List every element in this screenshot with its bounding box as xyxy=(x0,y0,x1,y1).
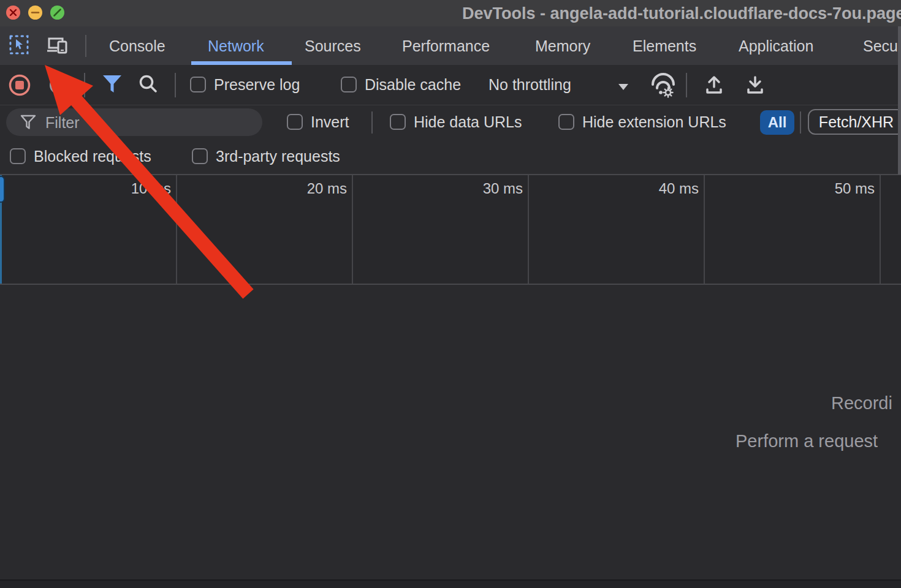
bottom-bar xyxy=(0,579,901,588)
timeline-tick-label: 50 ms xyxy=(813,180,875,197)
minimize-icon xyxy=(28,6,42,20)
recording-message: Recordi xyxy=(831,393,892,413)
export-download-icon xyxy=(744,73,766,96)
timeline-gridline xyxy=(880,175,881,284)
devtools-tabbar: Console Network Sources Performance Memo… xyxy=(0,26,901,66)
search-icon xyxy=(137,74,159,96)
import-upload-icon xyxy=(703,73,725,96)
tab-security[interactable]: Secu xyxy=(863,37,898,55)
export-har-button[interactable] xyxy=(744,73,766,99)
minimize-window-button[interactable] xyxy=(28,6,42,20)
inspect-cursor-icon xyxy=(8,34,32,58)
preserve-log-checkbox[interactable] xyxy=(190,77,206,92)
perform-request-message: Perform a request xyxy=(736,431,878,451)
network-toolbar: Preserve log Disable cache No throttling xyxy=(0,65,901,105)
blocked-requests-checkbox[interactable] xyxy=(10,148,26,164)
zoom-window-button[interactable] xyxy=(50,6,64,20)
tab-elements[interactable]: Elements xyxy=(633,37,696,55)
timeline-tick-label: 10 ms xyxy=(110,180,171,197)
window-edge xyxy=(898,26,901,175)
import-har-button[interactable] xyxy=(703,73,725,99)
filter-toggle-button[interactable] xyxy=(102,74,123,97)
blocked-requests-label[interactable]: Blocked requests xyxy=(34,148,151,165)
timeline-gridline xyxy=(528,175,529,284)
network-conditions-button[interactable] xyxy=(649,72,677,102)
hide-data-urls-checkbox[interactable] xyxy=(390,114,406,130)
preserve-log-label[interactable]: Preserve log xyxy=(214,76,300,94)
network-filter-row: Invert Hide data URLs Hide extension URL… xyxy=(0,105,901,140)
timeline-gridline xyxy=(704,175,705,284)
throttling-dropdown-button[interactable] xyxy=(618,82,629,93)
search-button[interactable] xyxy=(137,74,159,98)
titlebar: DevTools - angela-add-tutorial.cloudflar… xyxy=(0,0,901,26)
invert-checkbox[interactable] xyxy=(287,114,303,130)
toolbar-divider xyxy=(686,73,687,97)
tab-sources[interactable]: Sources xyxy=(305,37,361,55)
hide-extension-urls-label[interactable]: Hide extension URLs xyxy=(582,113,726,131)
more-filters-row: Blocked requests 3rd-party requests xyxy=(0,140,901,174)
timeline-tick-label: 20 ms xyxy=(286,180,347,197)
third-party-requests-label[interactable]: 3rd-party requests xyxy=(216,148,340,165)
device-toolbar-icon xyxy=(46,34,70,58)
inspect-element-button[interactable] xyxy=(7,33,33,59)
chevron-down-icon xyxy=(618,83,629,91)
toggle-device-toolbar-button[interactable] xyxy=(45,33,71,59)
filter-divider xyxy=(800,111,801,134)
close-icon xyxy=(6,6,20,20)
disable-cache-checkbox[interactable] xyxy=(341,77,357,92)
invert-label[interactable]: Invert xyxy=(311,113,349,131)
hide-data-urls-label[interactable]: Hide data URLs xyxy=(414,113,522,131)
stop-recording-button[interactable] xyxy=(9,74,31,99)
network-conditions-wifi-gear-icon xyxy=(649,72,677,100)
third-party-requests-checkbox[interactable] xyxy=(192,148,208,164)
network-overview-timeline[interactable]: 10 ms 20 ms 30 ms 40 ms 50 ms xyxy=(0,174,901,285)
timeline-gridline xyxy=(176,175,177,284)
clear-icon xyxy=(49,75,69,95)
filter-funnel-outline-icon xyxy=(20,114,37,131)
filter-divider xyxy=(371,111,373,134)
timeline-gridline xyxy=(352,175,353,284)
zoom-icon xyxy=(50,6,64,20)
timeline-tick-label: 40 ms xyxy=(637,180,699,197)
tabbar-divider xyxy=(85,35,86,57)
throttling-select[interactable]: No throttling xyxy=(489,76,571,94)
request-type-fetch-xhr-button[interactable]: Fetch/XHR xyxy=(808,109,901,135)
tab-application[interactable]: Application xyxy=(739,37,813,55)
filter-input-container xyxy=(6,108,262,136)
request-type-all-button[interactable]: All xyxy=(760,110,794,135)
clear-network-log-button[interactable] xyxy=(49,75,69,97)
tab-network[interactable]: Network xyxy=(208,37,264,55)
devtools-window: { "window": { "title": "DevTools - angel… xyxy=(0,0,901,588)
tab-console[interactable]: Console xyxy=(109,37,165,55)
filter-input[interactable] xyxy=(44,112,255,134)
record-stop-icon xyxy=(9,74,31,96)
tab-performance[interactable]: Performance xyxy=(402,37,490,55)
window-title: DevTools - angela-add-tutorial.cloudflar… xyxy=(462,4,901,23)
timeline-tick-label: 30 ms xyxy=(462,180,523,197)
disable-cache-label[interactable]: Disable cache xyxy=(365,76,461,94)
selection-drag-handle[interactable] xyxy=(0,176,5,203)
filter-funnel-icon xyxy=(102,74,123,95)
hide-extension-urls-checkbox[interactable] xyxy=(558,114,574,130)
toolbar-divider xyxy=(175,73,176,97)
tab-memory[interactable]: Memory xyxy=(535,37,590,55)
toolbar-divider xyxy=(84,73,85,97)
close-window-button[interactable] xyxy=(6,6,20,20)
